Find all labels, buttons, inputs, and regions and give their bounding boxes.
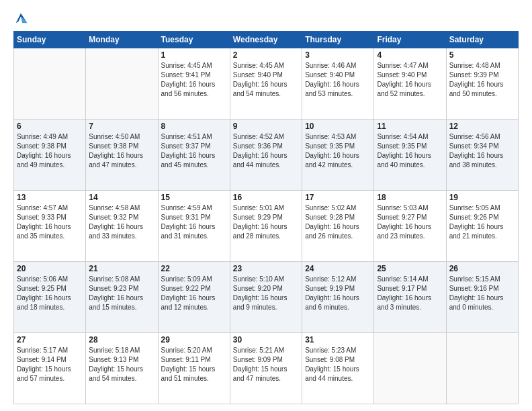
day-number: 18 [377, 193, 443, 202]
day-number: 11 [377, 122, 443, 131]
page: SundayMondayTuesdayWednesdayThursdayFrid… [0, 0, 532, 411]
day-info: Sunrise: 5:10 AM Sunset: 9:20 PM Dayligh… [233, 275, 299, 312]
logo-icon [13, 11, 28, 26]
day-cell: 3Sunrise: 4:46 AM Sunset: 9:40 PM Daylig… [302, 48, 374, 120]
day-info: Sunrise: 4:57 AM Sunset: 9:33 PM Dayligh… [17, 203, 83, 241]
day-header-tuesday: Tuesday [158, 32, 230, 48]
header-row: SundayMondayTuesdayWednesdayThursdayFrid… [14, 32, 519, 48]
day-info: Sunrise: 5:06 AM Sunset: 9:25 PM Dayligh… [17, 275, 83, 312]
day-cell: 26Sunrise: 5:15 AM Sunset: 9:16 PM Dayli… [446, 262, 518, 333]
day-info: Sunrise: 5:12 AM Sunset: 9:19 PM Dayligh… [305, 275, 371, 312]
day-info: Sunrise: 4:52 AM Sunset: 9:36 PM Dayligh… [233, 132, 299, 170]
day-cell: 6Sunrise: 4:49 AM Sunset: 9:38 PM Daylig… [14, 120, 86, 191]
day-info: Sunrise: 4:50 AM Sunset: 9:38 PM Dayligh… [89, 132, 154, 170]
day-number: 2 [233, 50, 299, 60]
day-header-thursday: Thursday [302, 32, 374, 48]
day-cell [86, 48, 158, 120]
day-info: Sunrise: 5:23 AM Sunset: 9:08 PM Dayligh… [305, 346, 371, 383]
day-info: Sunrise: 5:17 AM Sunset: 9:14 PM Dayligh… [17, 346, 83, 383]
day-info: Sunrise: 4:58 AM Sunset: 9:32 PM Dayligh… [89, 203, 154, 241]
day-number: 7 [89, 122, 154, 131]
day-cell: 12Sunrise: 4:56 AM Sunset: 9:34 PM Dayli… [446, 120, 518, 191]
day-cell: 29Sunrise: 5:20 AM Sunset: 9:11 PM Dayli… [158, 333, 230, 404]
day-header-monday: Monday [86, 32, 158, 48]
day-header-saturday: Saturday [446, 32, 518, 48]
day-number: 14 [89, 193, 154, 202]
day-number: 13 [17, 193, 83, 202]
day-number: 23 [233, 264, 299, 273]
day-number: 28 [89, 335, 154, 345]
day-number: 6 [17, 122, 83, 131]
day-cell: 4Sunrise: 4:47 AM Sunset: 9:40 PM Daylig… [374, 48, 446, 120]
day-info: Sunrise: 5:09 AM Sunset: 9:22 PM Dayligh… [161, 275, 227, 312]
day-info: Sunrise: 5:08 AM Sunset: 9:23 PM Dayligh… [89, 275, 154, 312]
logo [13, 11, 30, 26]
day-cell [14, 48, 86, 120]
day-cell: 22Sunrise: 5:09 AM Sunset: 9:22 PM Dayli… [158, 262, 230, 333]
day-number: 29 [161, 335, 227, 345]
day-number: 4 [377, 50, 443, 60]
day-number: 17 [305, 193, 371, 202]
day-cell: 9Sunrise: 4:52 AM Sunset: 9:36 PM Daylig… [230, 120, 302, 191]
day-header-friday: Friday [374, 32, 446, 48]
day-cell [446, 333, 518, 404]
day-info: Sunrise: 4:56 AM Sunset: 9:34 PM Dayligh… [449, 132, 515, 170]
day-info: Sunrise: 5:03 AM Sunset: 9:27 PM Dayligh… [377, 203, 443, 241]
day-cell: 23Sunrise: 5:10 AM Sunset: 9:20 PM Dayli… [230, 262, 302, 333]
day-info: Sunrise: 4:47 AM Sunset: 9:40 PM Dayligh… [377, 61, 443, 99]
day-cell: 21Sunrise: 5:08 AM Sunset: 9:23 PM Dayli… [86, 262, 158, 333]
day-number: 31 [305, 335, 371, 345]
day-cell [374, 333, 446, 404]
day-info: Sunrise: 4:54 AM Sunset: 9:35 PM Dayligh… [377, 132, 443, 170]
day-cell: 13Sunrise: 4:57 AM Sunset: 9:33 PM Dayli… [14, 191, 86, 262]
day-number: 1 [161, 50, 227, 60]
day-cell: 27Sunrise: 5:17 AM Sunset: 9:14 PM Dayli… [14, 333, 86, 404]
day-number: 19 [449, 193, 515, 202]
day-number: 16 [233, 193, 299, 202]
day-cell: 10Sunrise: 4:53 AM Sunset: 9:35 PM Dayli… [302, 120, 374, 191]
day-header-wednesday: Wednesday [230, 32, 302, 48]
header [13, 11, 519, 26]
day-cell: 16Sunrise: 5:01 AM Sunset: 9:29 PM Dayli… [230, 191, 302, 262]
day-cell: 25Sunrise: 5:14 AM Sunset: 9:17 PM Dayli… [374, 262, 446, 333]
day-number: 21 [89, 264, 154, 273]
day-cell: 7Sunrise: 4:50 AM Sunset: 9:38 PM Daylig… [86, 120, 158, 191]
day-number: 9 [233, 122, 299, 131]
day-info: Sunrise: 5:15 AM Sunset: 9:16 PM Dayligh… [449, 275, 515, 312]
calendar-table: SundayMondayTuesdayWednesdayThursdayFrid… [13, 31, 519, 404]
day-info: Sunrise: 5:14 AM Sunset: 9:17 PM Dayligh… [377, 275, 443, 312]
day-number: 15 [161, 193, 227, 202]
day-cell: 5Sunrise: 4:48 AM Sunset: 9:39 PM Daylig… [446, 48, 518, 120]
day-number: 5 [449, 50, 515, 60]
day-info: Sunrise: 5:01 AM Sunset: 9:29 PM Dayligh… [233, 203, 299, 241]
day-cell: 17Sunrise: 5:02 AM Sunset: 9:28 PM Dayli… [302, 191, 374, 262]
day-cell: 18Sunrise: 5:03 AM Sunset: 9:27 PM Dayli… [374, 191, 446, 262]
week-row-2: 6Sunrise: 4:49 AM Sunset: 9:38 PM Daylig… [14, 120, 519, 191]
day-number: 3 [305, 50, 371, 60]
day-number: 30 [233, 335, 299, 345]
day-number: 20 [17, 264, 83, 273]
day-cell: 19Sunrise: 5:05 AM Sunset: 9:26 PM Dayli… [446, 191, 518, 262]
day-info: Sunrise: 4:46 AM Sunset: 9:40 PM Dayligh… [305, 61, 371, 99]
day-number: 12 [449, 122, 515, 131]
day-number: 24 [305, 264, 371, 273]
day-number: 22 [161, 264, 227, 273]
week-row-3: 13Sunrise: 4:57 AM Sunset: 9:33 PM Dayli… [14, 191, 519, 262]
day-number: 8 [161, 122, 227, 131]
day-number: 27 [17, 335, 83, 345]
day-info: Sunrise: 4:51 AM Sunset: 9:37 PM Dayligh… [161, 132, 227, 170]
day-info: Sunrise: 5:21 AM Sunset: 9:09 PM Dayligh… [233, 346, 299, 383]
day-info: Sunrise: 4:49 AM Sunset: 9:38 PM Dayligh… [17, 132, 83, 170]
day-cell: 20Sunrise: 5:06 AM Sunset: 9:25 PM Dayli… [14, 262, 86, 333]
day-info: Sunrise: 5:18 AM Sunset: 9:13 PM Dayligh… [89, 346, 154, 383]
day-cell: 2Sunrise: 4:45 AM Sunset: 9:40 PM Daylig… [230, 48, 302, 120]
day-cell: 11Sunrise: 4:54 AM Sunset: 9:35 PM Dayli… [374, 120, 446, 191]
day-cell: 24Sunrise: 5:12 AM Sunset: 9:19 PM Dayli… [302, 262, 374, 333]
day-number: 25 [377, 264, 443, 273]
week-row-1: 1Sunrise: 4:45 AM Sunset: 9:41 PM Daylig… [14, 48, 519, 120]
day-header-sunday: Sunday [14, 32, 86, 48]
day-number: 26 [449, 264, 515, 273]
day-cell: 15Sunrise: 4:59 AM Sunset: 9:31 PM Dayli… [158, 191, 230, 262]
day-cell: 14Sunrise: 4:58 AM Sunset: 9:32 PM Dayli… [86, 191, 158, 262]
day-info: Sunrise: 5:20 AM Sunset: 9:11 PM Dayligh… [161, 346, 227, 383]
